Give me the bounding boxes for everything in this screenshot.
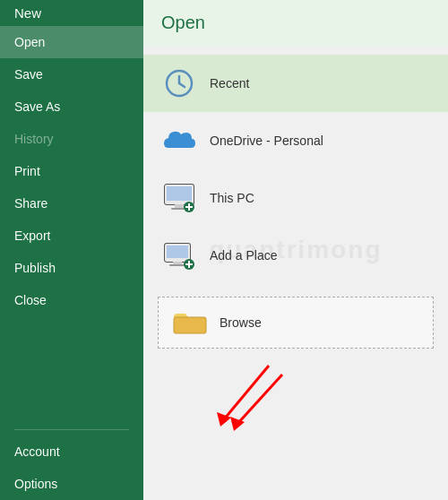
svg-line-2	[179, 83, 185, 87]
sidebar-item-save[interactable]: Save	[0, 58, 143, 91]
sidebar-item-new[interactable]: New	[0, 0, 143, 26]
open-header: Open	[143, 0, 448, 46]
browse-label: Browse	[220, 315, 262, 330]
sidebar-item-save-as[interactable]: Save As	[0, 91, 143, 123]
monitor-icon	[161, 180, 197, 216]
arrow-annotation	[197, 357, 296, 437]
location-item-addplace[interactable]: Add a Place	[143, 227, 448, 284]
sidebar-item-publish[interactable]: Publish	[0, 252, 143, 284]
sidebar-item-export[interactable]: Export	[0, 220, 143, 252]
sidebar-item-account[interactable]: Account	[0, 435, 143, 468]
sidebar-item-open[interactable]: Open	[0, 26, 143, 58]
svg-rect-5	[167, 186, 192, 201]
onedrive-label: OneDrive - Personal	[210, 134, 323, 148]
plus-monitor-icon	[161, 237, 197, 273]
addplace-label: Add a Place	[210, 248, 278, 263]
sidebar: New Open Save Save As History Print Shar…	[0, 0, 143, 500]
location-list: Recent OneDrive - Personal	[143, 46, 448, 293]
svg-rect-14	[173, 262, 182, 264]
svg-rect-15	[169, 264, 185, 266]
sidebar-bottom: Account Options	[0, 424, 143, 500]
main-content: quantrimong Open Recent OneDrive - Perso	[143, 0, 448, 500]
svg-line-21	[224, 366, 269, 419]
location-item-thispc[interactable]: This PC	[143, 169, 448, 227]
clock-icon	[161, 65, 197, 101]
location-item-recent[interactable]: Recent	[143, 55, 448, 112]
sidebar-divider	[14, 429, 129, 430]
cloud-icon	[161, 123, 197, 159]
sidebar-item-print[interactable]: Print	[0, 155, 143, 187]
folder-icon	[173, 308, 207, 337]
svg-rect-19	[174, 317, 206, 333]
browse-section: Browse	[158, 297, 434, 349]
svg-marker-24	[230, 417, 245, 431]
svg-line-23	[237, 375, 282, 424]
svg-marker-22	[217, 412, 231, 427]
recent-label: Recent	[210, 76, 249, 91]
sidebar-item-close[interactable]: Close	[0, 284, 143, 316]
sidebar-item-share[interactable]: Share	[0, 187, 143, 220]
sidebar-item-options[interactable]: Options	[0, 468, 143, 500]
svg-rect-13	[167, 246, 188, 258]
sidebar-item-history: History	[0, 123, 143, 155]
svg-rect-6	[175, 204, 184, 208]
thispc-label: This PC	[210, 191, 254, 205]
location-item-onedrive[interactable]: OneDrive - Personal	[143, 112, 448, 169]
browse-button[interactable]: Browse	[158, 297, 434, 349]
